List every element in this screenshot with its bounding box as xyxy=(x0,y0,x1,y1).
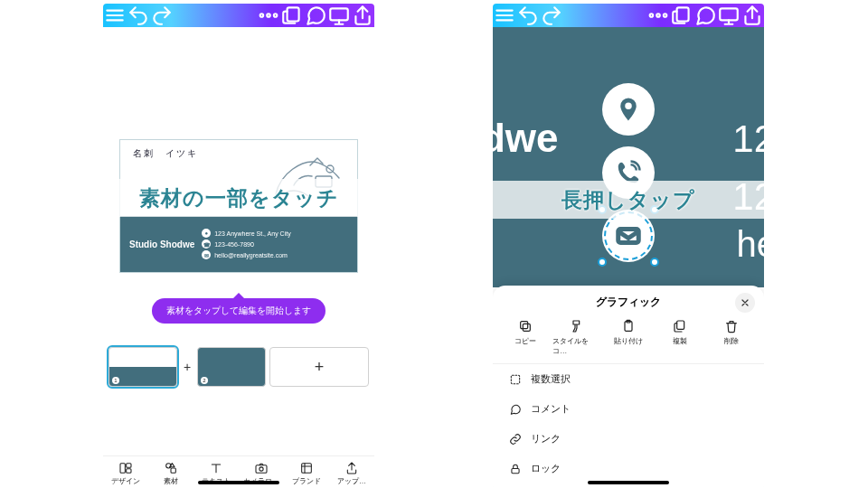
action-duplicate[interactable]: 複製 xyxy=(656,319,704,356)
phone-left: 名刺 イツキ Studio Shodwe ●123 Anywhere St., … xyxy=(103,4,374,488)
mail-icon: ✉ xyxy=(202,250,211,259)
add-page-button[interactable]: + xyxy=(269,347,369,387)
tool-brand[interactable]: ブランド xyxy=(284,458,329,488)
phone-right: odwe 12 12 he 長押しタップ グラフィック コピー スタイルをコ… … xyxy=(493,4,764,488)
svg-rect-8 xyxy=(127,463,131,467)
redo-icon[interactable] xyxy=(150,4,174,27)
text-fragment-12a: 12 xyxy=(732,117,764,161)
svg-point-1 xyxy=(267,14,269,16)
card-studio-name: Studio Shodwe xyxy=(129,239,194,249)
action-paste[interactable]: 貼り付け xyxy=(604,319,653,356)
resize-handle-icon[interactable] xyxy=(650,258,659,267)
action-style-copy[interactable]: スタイルをコ… xyxy=(552,319,601,356)
tool-upload[interactable]: アップ… xyxy=(329,458,374,488)
home-indicator xyxy=(198,481,279,484)
svg-rect-26 xyxy=(511,375,519,383)
menu-icon[interactable] xyxy=(493,4,516,27)
circle-icon-column xyxy=(602,83,655,262)
svg-rect-4 xyxy=(330,8,348,20)
svg-rect-21 xyxy=(524,324,531,331)
location-pin-icon[interactable] xyxy=(602,83,655,136)
more-icon[interactable] xyxy=(257,4,280,27)
svg-rect-9 xyxy=(127,468,131,473)
svg-point-17 xyxy=(664,14,666,16)
menu-icon[interactable] xyxy=(103,4,127,27)
svg-rect-18 xyxy=(677,7,689,21)
close-icon[interactable] xyxy=(735,293,755,313)
undo-icon[interactable] xyxy=(127,4,150,27)
caption-overlay: 長押しタップ xyxy=(493,181,764,219)
present-icon[interactable] xyxy=(717,4,741,27)
svg-rect-7 xyxy=(120,463,125,473)
card-contact-list: ●123 Anywhere St., Any City ☎123-456-789… xyxy=(202,229,290,259)
caption-left: 素材の一部をタッチ xyxy=(139,184,339,212)
svg-point-15 xyxy=(650,14,653,16)
card-role-text: 名刺 イツキ xyxy=(133,147,198,160)
tool-elements[interactable]: 素材 xyxy=(148,458,193,488)
resize-handle-icon[interactable] xyxy=(598,258,607,267)
row-multi-select[interactable]: 複数選択 xyxy=(493,364,764,394)
card-phone: 123-456-7890 xyxy=(214,241,254,248)
card-info-band: Studio Shodwe ●123 Anywhere St., Any Cit… xyxy=(120,216,357,272)
more-icon[interactable] xyxy=(646,4,670,27)
redo-icon[interactable] xyxy=(540,4,563,27)
zoomed-canvas[interactable]: odwe 12 12 he 長押しタップ xyxy=(493,27,764,287)
svg-rect-3 xyxy=(288,7,299,21)
share-icon[interactable] xyxy=(741,4,764,27)
text-fragment-he: he xyxy=(737,224,765,265)
tool-design[interactable]: デザイン xyxy=(103,458,148,488)
svg-rect-14 xyxy=(302,463,312,473)
action-copy[interactable]: コピー xyxy=(501,319,550,356)
home-indicator xyxy=(588,481,669,484)
text-fragment-odwe: odwe xyxy=(493,116,558,161)
action-delete[interactable]: 削除 xyxy=(707,319,756,356)
row-comment[interactable]: コメント xyxy=(493,394,764,424)
row-lock[interactable]: ロック xyxy=(493,454,764,483)
svg-rect-22 xyxy=(521,322,528,329)
svg-rect-19 xyxy=(720,8,738,20)
svg-point-16 xyxy=(656,14,659,16)
app-header xyxy=(493,4,764,27)
card-email: hello@reallygreatsite.com xyxy=(214,252,288,258)
pages-icon[interactable] xyxy=(280,4,304,27)
sheet-actions: コピー スタイルをコ… 貼り付け 複製 削除 xyxy=(493,315,764,363)
sheet-title: グラフィック xyxy=(493,286,764,315)
app-header xyxy=(103,4,374,27)
svg-rect-27 xyxy=(512,468,519,473)
insert-between-icon[interactable]: + xyxy=(181,361,193,373)
svg-point-0 xyxy=(260,14,263,16)
comment-icon[interactable] xyxy=(304,4,327,27)
card-address: 123 Anywhere St., Any City xyxy=(214,230,290,237)
svg-rect-25 xyxy=(676,321,684,329)
sheet-list: 複数選択 コメント リンク ロック タイミングを表示 xyxy=(493,363,764,488)
comment-icon[interactable] xyxy=(693,4,717,27)
caption-right: 長押しタップ xyxy=(561,186,695,214)
canvas-area[interactable]: 名刺 イツキ Studio Shodwe ●123 Anywhere St., … xyxy=(103,27,374,420)
row-link[interactable]: リンク xyxy=(493,424,764,454)
phone-icon: ☎ xyxy=(202,239,211,249)
caption-overlay: 素材の一部をタッチ xyxy=(103,179,374,217)
tooltip-text: 素材をタップして編集を開始します xyxy=(166,305,311,315)
svg-rect-12 xyxy=(256,465,267,473)
page-thumb-1[interactable]: 1 xyxy=(108,347,177,387)
svg-point-13 xyxy=(259,466,263,470)
svg-rect-11 xyxy=(171,468,175,473)
present-icon[interactable] xyxy=(327,4,351,27)
page-thumbnails: 1 + 2 + xyxy=(103,346,374,388)
pin-icon: ● xyxy=(202,229,211,238)
tooltip-bubble: 素材をタップして編集を開始します xyxy=(152,298,326,324)
context-sheet: グラフィック コピー スタイルをコ… 貼り付け 複製 削除 複数選択 コメント … xyxy=(493,286,764,488)
share-icon[interactable] xyxy=(351,4,374,27)
undo-icon[interactable] xyxy=(516,4,540,27)
page-thumb-2[interactable]: 2 xyxy=(197,347,266,387)
svg-point-2 xyxy=(274,14,277,16)
pages-icon[interactable] xyxy=(670,4,693,27)
